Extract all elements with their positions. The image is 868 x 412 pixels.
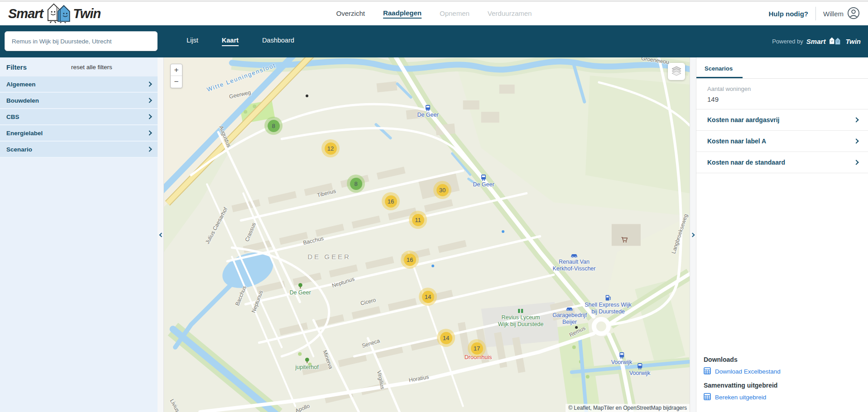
logo-text-twin: Twin bbox=[73, 6, 101, 21]
map-cluster-layer: 812816301116141417 bbox=[164, 57, 690, 412]
dwelling-count-block: Aantal woningen 149 bbox=[696, 79, 868, 109]
map-cluster[interactable]: 16 bbox=[382, 192, 400, 210]
smart-twin-logo[interactable]: Smart Twin bbox=[8, 2, 101, 25]
compute-extended-link[interactable]: Bereken uitgebreid bbox=[704, 392, 861, 403]
filter-list: AlgemeenBouwdelenCBSEnergielabelScenario bbox=[0, 76, 158, 158]
map-attribution: © Leaflet, MapTiler en OpenStreetMap bij… bbox=[566, 404, 690, 412]
chevron-right-icon bbox=[690, 232, 695, 237]
filter-item-scenario[interactable]: Scenario bbox=[0, 142, 158, 158]
zoom-in-button[interactable]: + bbox=[171, 64, 182, 76]
chevron-right-icon bbox=[854, 117, 858, 122]
content: Filters reset alle filters AlgemeenBouwd… bbox=[0, 57, 868, 412]
map-cluster-count: 12 bbox=[325, 142, 337, 155]
logo-text-smart: Smart bbox=[8, 6, 43, 21]
filter-item-label: CBS bbox=[6, 114, 19, 120]
map-cluster[interactable]: 16 bbox=[401, 251, 419, 269]
header-right: Hulp nodig? Willem bbox=[769, 7, 860, 21]
collapse-sidebar-button[interactable] bbox=[158, 57, 164, 412]
main-nav: OverzichtRaadplegenOpnemenVerduurzamen bbox=[336, 9, 532, 19]
view-tabs: LijstKaartDashboard bbox=[187, 37, 294, 46]
scenario-row-label: Kosten naar aardgasvrij bbox=[707, 116, 780, 123]
layers-control-button[interactable] bbox=[668, 63, 685, 80]
collapse-panel-button[interactable] bbox=[690, 57, 696, 412]
compute-extended-label: Bereken uitgebreid bbox=[715, 394, 766, 401]
scenario-row[interactable]: Kosten naar aardgasvrij bbox=[696, 109, 868, 131]
map-cluster[interactable]: 8 bbox=[264, 117, 283, 135]
chevron-right-icon bbox=[147, 147, 152, 152]
download-excel-label: Download Excelbestand bbox=[715, 368, 781, 375]
tab-lijst[interactable]: Lijst bbox=[187, 37, 198, 46]
powered-brand-smart: Smart bbox=[806, 38, 826, 45]
chevron-right-icon bbox=[147, 98, 152, 103]
user-avatar-icon bbox=[847, 7, 860, 21]
user-menu[interactable]: Willem bbox=[823, 7, 860, 21]
map-cluster[interactable]: 11 bbox=[409, 211, 427, 229]
spreadsheet-icon bbox=[704, 367, 711, 376]
help-link[interactable]: Hulp nodig? bbox=[769, 10, 808, 18]
map-canvas[interactable]: Witte LeuningenslootGeerwegGroenewouAugu… bbox=[164, 57, 690, 412]
chevron-left-icon bbox=[159, 232, 163, 237]
map-cluster-count: 11 bbox=[412, 214, 424, 226]
scenario-row[interactable]: Kosten naar label A bbox=[696, 131, 868, 152]
download-excel-link[interactable]: Download Excelbestand bbox=[704, 366, 861, 377]
map-cluster-count: 8 bbox=[268, 120, 280, 132]
tab-dashboard[interactable]: Dashboard bbox=[262, 37, 294, 46]
filter-item-label: Scenario bbox=[6, 146, 32, 153]
map-zoom-control: + − bbox=[170, 64, 182, 88]
filter-item-bouwdelen[interactable]: Bouwdelen bbox=[0, 93, 158, 109]
chevron-right-icon bbox=[147, 81, 152, 86]
powered-houses-icon bbox=[829, 36, 842, 47]
filter-item-algemeen[interactable]: Algemeen bbox=[0, 76, 158, 93]
map-cluster-count: 17 bbox=[471, 342, 483, 355]
search-input[interactable] bbox=[5, 31, 158, 51]
filters-sidebar: Filters reset alle filters AlgemeenBouwd… bbox=[0, 57, 158, 412]
filter-item-label: Algemeen bbox=[6, 81, 36, 88]
reset-filters-button[interactable]: reset alle filters bbox=[71, 64, 112, 71]
tab-scenarios[interactable]: Scenarios bbox=[696, 65, 743, 78]
map-cluster-count: 8 bbox=[350, 178, 362, 190]
filters-header: Filters reset alle filters bbox=[0, 57, 158, 76]
scenario-row-label: Kosten naar label A bbox=[707, 137, 766, 145]
header: Smart Twin OverzichtRaadplegenOpnemenVer… bbox=[0, 2, 868, 25]
nav-item-verduurzamen[interactable]: Verduurzamen bbox=[488, 9, 532, 18]
filter-item-label: Bouwdelen bbox=[6, 97, 39, 104]
map-cluster[interactable]: 17 bbox=[468, 339, 486, 357]
scenario-row-label: Kosten naar de standaard bbox=[707, 159, 785, 166]
app-window: Smart Twin OverzichtRaadplegenOpnemenVer… bbox=[0, 0, 868, 412]
downloads-title: Downloads bbox=[704, 356, 861, 363]
chevron-right-icon bbox=[854, 160, 858, 165]
powered-brand-twin: Twin bbox=[845, 38, 861, 45]
toolbar: LijstKaartDashboard Powered by Smart Twi… bbox=[0, 25, 868, 57]
map-cluster-count: 16 bbox=[385, 195, 397, 208]
summary-title: Samenvatting uitgebreid bbox=[704, 382, 861, 389]
map-cluster[interactable]: 14 bbox=[437, 329, 455, 347]
chevron-right-icon bbox=[854, 138, 858, 143]
tab-kaart[interactable]: Kaart bbox=[222, 37, 239, 46]
user-name: Willem bbox=[823, 10, 844, 18]
layers-icon bbox=[671, 65, 682, 78]
dwelling-count-label: Aantal woningen bbox=[707, 85, 857, 92]
map-cluster[interactable]: 14 bbox=[419, 288, 437, 306]
map-cluster-count: 30 bbox=[436, 184, 449, 196]
chevron-right-icon bbox=[147, 114, 152, 119]
twin-houses-icon bbox=[44, 2, 72, 25]
downloads-section: Downloads Download Excelbestand Samenvat… bbox=[696, 351, 868, 412]
header-divider bbox=[815, 7, 816, 20]
nav-item-opnemen[interactable]: Opnemen bbox=[440, 9, 470, 18]
map-cluster[interactable]: 30 bbox=[433, 181, 451, 199]
filter-item-label: Energielabel bbox=[6, 130, 43, 137]
nav-item-overzicht[interactable]: Overzicht bbox=[336, 9, 365, 18]
scenario-row[interactable]: Kosten naar de standaard bbox=[696, 152, 868, 173]
dwelling-count-value: 149 bbox=[707, 95, 857, 103]
filter-item-energielabel[interactable]: Energielabel bbox=[0, 125, 158, 142]
zoom-out-button[interactable]: − bbox=[171, 76, 182, 88]
powered-by-label: Powered by bbox=[772, 38, 803, 45]
filter-item-cbs[interactable]: CBS bbox=[0, 109, 158, 125]
spreadsheet-icon bbox=[704, 393, 711, 402]
panel-tab-row: Scenarios bbox=[696, 57, 868, 79]
map-cluster[interactable]: 12 bbox=[321, 139, 340, 157]
scenarios-panel: Scenarios Aantal woningen 149 Kosten naa… bbox=[696, 57, 868, 412]
chevron-right-icon bbox=[147, 130, 152, 135]
map-cluster[interactable]: 8 bbox=[347, 175, 365, 193]
nav-item-raadplegen[interactable]: Raadplegen bbox=[383, 9, 422, 19]
